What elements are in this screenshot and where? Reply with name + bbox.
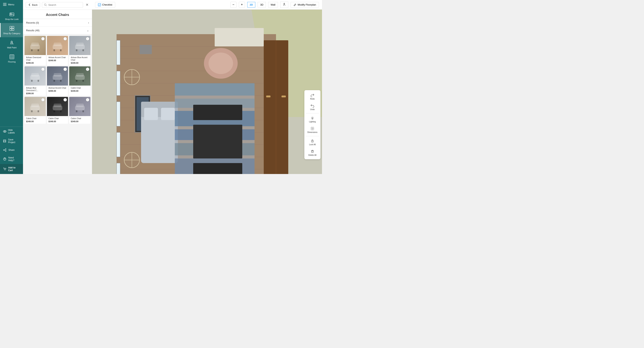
save-project-label: Save Project [8,138,20,144]
svg-rect-42 [82,49,84,51]
svg-rect-44 [31,73,39,77]
svg-point-105 [208,53,233,74]
view-3d-button[interactable]: 3D [258,2,266,8]
lock-icon [310,139,314,143]
sidebar-bottom: Hide Labels Save Project Share [0,127,23,174]
close-button[interactable]: ✕ [85,2,89,8]
product-price: $349.00 [48,59,67,62]
dimensions-button[interactable]: Dimensions [305,125,320,135]
svg-point-29 [44,4,46,6]
svg-point-4 [10,13,12,15]
svg-line-30 [46,5,46,6]
svg-rect-119 [193,105,242,120]
product-info: Calvin Chair $349.00 [24,116,46,124]
search-input[interactable] [48,4,81,6]
svg-rect-45 [31,80,32,82]
sidebar-item-shop-by-category[interactable]: Shop By Category [0,23,23,37]
floorplan-area: Checklist − + 2D 3D Wall Modify Fl [92,0,322,174]
share-button[interactable]: Share [0,146,23,154]
svg-rect-0 [3,3,6,4]
person-icon [283,3,286,6]
results-section-header[interactable]: Results (48) ⌄ [23,27,92,34]
recents-section-header[interactable]: Recents (0) › [23,19,92,27]
info-button[interactable]: i [41,68,45,71]
product-card[interactable]: Avenue Accent Chair $399.00 i [47,66,68,96]
wall-button[interactable]: Wall [268,2,278,8]
svg-point-132 [312,141,312,142]
lighting-button[interactable]: Lighting [305,115,320,124]
svg-rect-111 [161,108,175,120]
sidebar-item-flooring[interactable]: Flooring [0,52,23,66]
svg-rect-52 [76,73,84,77]
info-button[interactable]: i [41,98,45,102]
save-project-button[interactable]: Save Project [0,136,23,146]
chair-illustration [51,100,64,113]
product-card[interactable]: Artisan Blue Oversized C... $399.00 i [24,66,46,96]
product-info: Artisan Accent Chair $349.00 [47,55,68,63]
checklist-button[interactable]: Checklist [95,2,115,8]
delete-all-button[interactable]: Delete All [305,148,320,158]
product-card[interactable]: Artisan Blue Accent Chair $349.00 i [69,36,90,65]
redo-label: Redo [310,98,315,100]
floorplan-canvas[interactable]: Redo Undo Lighting [92,10,322,174]
person-button[interactable] [280,2,288,8]
svg-rect-94 [282,96,286,98]
sidebar-item-shop-the-look[interactable]: Shop the Look [0,9,23,23]
hide-labels-button[interactable]: Hide Labels [0,127,23,136]
sidebar-label-shop-the-look: Shop the Look [5,18,18,20]
back-arrow-icon [28,4,31,6]
svg-rect-53 [76,80,78,82]
svg-rect-2 [3,5,6,6]
svg-rect-85 [116,40,120,65]
product-card[interactable]: Caleb Chair $349.00 i [69,66,90,96]
lock-all-button[interactable]: Lock All [305,137,320,147]
product-card[interactable]: Artisan Accent Chair $349.00 i [47,36,68,65]
product-price: $349.00 [48,120,67,123]
svg-point-16 [4,131,5,132]
need-help-button[interactable]: Need Help? [0,154,23,164]
product-card[interactable]: Calvin Chair $349.00 i [69,97,90,124]
info-button[interactable]: i [86,37,89,41]
product-card[interactable]: Calvin Chair $349.00 i [24,97,46,124]
chair-illustration [28,69,42,83]
svg-rect-8 [12,29,14,31]
undo-button[interactable]: Undo [305,102,320,112]
svg-rect-6 [12,26,14,28]
results-label: Results (48) [26,29,40,32]
redo-button[interactable]: Redo [305,92,320,102]
svg-rect-113 [175,83,254,96]
sidebar-item-wall-paint[interactable]: Wall Paint [0,37,23,52]
product-card[interactable]: Calvin Chair $349.00 i [47,97,68,124]
svg-rect-38 [60,49,62,51]
product-price: $349.00 [71,62,89,64]
modify-floorplan-button[interactable]: Modify Floorplan [290,2,319,8]
room-svg [92,10,322,174]
svg-rect-56 [31,104,39,107]
lighting-label: Lighting [309,121,316,123]
share-label: Share [8,149,14,151]
product-info: Artisan Blue Accent Chair $349.00 [69,55,90,65]
product-name: Artisan Blue Oversized C... [26,87,44,92]
chair-illustration [73,69,87,83]
product-price: $349.00 [71,120,89,123]
results-collapse-icon: ⌄ [87,29,89,32]
add-to-cart-button[interactable]: Add to Cart [0,164,23,174]
svg-rect-40 [76,43,84,46]
info-button[interactable]: i [41,37,45,41]
right-tools-panel: Redo Undo Lighting [304,90,320,159]
svg-rect-50 [60,80,62,82]
info-button[interactable]: i [86,98,89,102]
back-button[interactable]: Back [26,2,40,8]
delete-icon [310,149,314,153]
menu-button[interactable]: Menu [0,0,23,9]
svg-rect-65 [76,110,78,112]
info-button[interactable]: i [86,68,89,71]
lighting-icon [310,116,314,120]
view-2d-button[interactable]: 2D [247,2,256,8]
svg-rect-19 [4,141,6,142]
zoom-in-button[interactable]: + [239,2,245,8]
products-scroll-area[interactable]: Aritsan Oversized Chair $399.00 i Artisa… [23,34,92,174]
zoom-out-button[interactable]: − [230,2,236,8]
product-card[interactable]: Aritsan Oversized Chair $399.00 i [24,36,46,65]
recents-expand-icon: › [88,21,89,24]
